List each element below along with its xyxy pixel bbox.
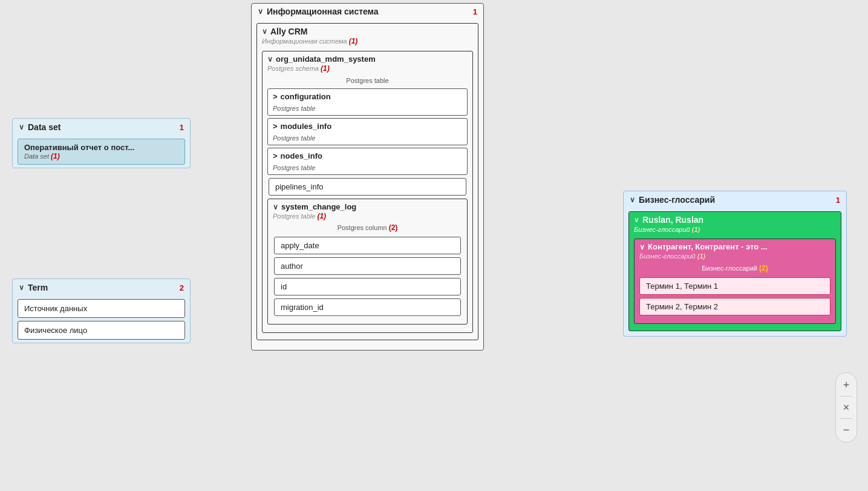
ruslan-box: ∨ Ruslan, Ruslan Бизнес-глоссарий (1) ∨ …	[628, 211, 841, 331]
changelog-subtitle: Postgres table (1)	[268, 212, 467, 222]
column-apply-date[interactable]: apply_date	[274, 237, 461, 254]
term-item-1[interactable]: Физическое лицо	[18, 321, 185, 340]
table-configuration[interactable]: > configuration Postgres table	[267, 88, 468, 116]
table-nodes-chevron: >	[273, 151, 278, 160]
dataset-panel-header: ∨ Data set 1	[13, 119, 190, 136]
table-nodes-info[interactable]: > nodes_info Postgres table	[267, 148, 468, 175]
infosys-panel-header: ∨ Информационная система 1	[252, 4, 483, 19]
infosys-badge: 1	[473, 7, 477, 16]
bizglos-panel: ∨ Бизнес-глоссарий 1 ∨ Ruslan, Ruslan Би…	[623, 191, 847, 337]
column-author[interactable]: author	[274, 257, 461, 275]
term-chevron-icon[interactable]: ∨	[19, 283, 24, 292]
zoom-reset-button[interactable]: ×	[838, 399, 855, 416]
changelog-box: ∨ system_change_log Postgres table (1) P…	[267, 199, 468, 325]
ruslan-header: ∨ Ruslan, Ruslan	[629, 212, 841, 226]
term-badge: 2	[180, 283, 184, 292]
ruslan-chevron-icon[interactable]: ∨	[634, 216, 639, 224]
table-modules-info[interactable]: > modules_info Postgres table	[267, 118, 468, 145]
schema-header: ∨ org_unidata_mdm_system	[263, 51, 472, 64]
infosys-panel: ∨ Информационная система 1 ∨ Ally CRM Ин…	[251, 3, 484, 351]
table-config-sub: Postgres table	[268, 104, 467, 115]
column-migration-id[interactable]: migration_id	[274, 298, 461, 316]
term-item-0[interactable]: Источник данных	[18, 299, 185, 318]
schema-name: org_unidata_mdm_system	[276, 54, 376, 64]
bizglos-chevron-icon[interactable]: ∨	[630, 196, 635, 204]
dataset-item-sub: Data set (1)	[24, 152, 178, 160]
table-pipelines-info[interactable]: pipelines_info	[269, 178, 466, 196]
table-nodes-sub: Postgres table	[268, 163, 467, 174]
kontragent-box: ∨ Контрагент, Контрагент - это ... Бизне…	[634, 239, 836, 324]
dataset-panel: ∨ Data set 1 Оперативный отчет о пост...…	[12, 118, 191, 168]
termin-item-1[interactable]: Термин 2, Термин 2	[639, 298, 830, 315]
table-modules-sub: Postgres table	[268, 134, 467, 145]
schema-subtitle: Postgres schema (1)	[263, 64, 472, 75]
canvas: ∨ Data set 1 Оперативный отчет о пост...…	[0, 0, 868, 491]
zoom-in-button[interactable]: +	[838, 377, 855, 394]
bizglos-panel-header: ∨ Бизнес-глоссарий 1	[624, 191, 846, 208]
dataset-item-title: Оперативный отчет о пост...	[24, 143, 178, 152]
bizglos-title: Бизнес-глоссарий	[639, 195, 715, 205]
zoom-controls: + × −	[835, 372, 857, 443]
ruslan-subtitle: Бизнес-глоссарий (1)	[629, 226, 841, 236]
crm-header: ∨ Ally CRM	[257, 24, 478, 37]
schema-box: ∨ org_unidata_mdm_system Postgres schema…	[262, 51, 473, 333]
crm-subtitle: Информационная система (1)	[257, 37, 478, 48]
kontragent-chevron-icon[interactable]: ∨	[639, 243, 645, 251]
zoom-divider	[840, 396, 852, 397]
term-panel: ∨ Term 2 Источник данных Физическое лицо	[12, 278, 191, 343]
bizglos-section-label: Бизнес-глоссарий (2)	[635, 262, 835, 274]
kontragent-subtitle: Бизнес-глоссарий (1)	[635, 252, 835, 262]
changelog-header: ∨ system_change_log	[268, 199, 467, 212]
changelog-chevron-icon[interactable]: ∨	[273, 203, 278, 211]
column-id[interactable]: id	[274, 278, 461, 295]
dataset-title: Data set	[28, 122, 60, 132]
crm-chevron-icon[interactable]: ∨	[262, 27, 267, 36]
postgres-table-label: Postgres table	[263, 75, 472, 86]
table-config-chevron: >	[273, 92, 278, 101]
dataset-item[interactable]: Оперативный отчет о пост... Data set (1)	[18, 139, 185, 165]
dataset-badge: 1	[180, 123, 184, 132]
crm-box: ∨ Ally CRM Информационная система (1) ∨ …	[256, 23, 478, 340]
infosys-title: Информационная система	[267, 7, 379, 16]
dataset-chevron-icon[interactable]: ∨	[19, 123, 24, 131]
term-title: Term	[28, 283, 48, 292]
ruslan-title: Ruslan, Ruslan	[642, 215, 703, 225]
infosys-chevron-icon[interactable]: ∨	[258, 7, 263, 16]
postgres-column-label: Postgres column (2)	[268, 222, 467, 234]
crm-title-text: Ally CRM	[270, 27, 307, 36]
kontragent-header: ∨ Контрагент, Контрагент - это ...	[635, 239, 835, 252]
kontragent-title: Контрагент, Контрагент - это ...	[648, 242, 768, 251]
zoom-out-button[interactable]: −	[838, 421, 855, 438]
bizglos-badge: 1	[836, 196, 840, 205]
schema-chevron-icon[interactable]: ∨	[267, 55, 273, 64]
termin-item-0[interactable]: Термин 1, Термин 1	[639, 277, 830, 295]
table-modules-chevron: >	[273, 122, 278, 131]
zoom-divider-2	[840, 418, 852, 419]
term-panel-header: ∨ Term 2	[13, 279, 190, 296]
